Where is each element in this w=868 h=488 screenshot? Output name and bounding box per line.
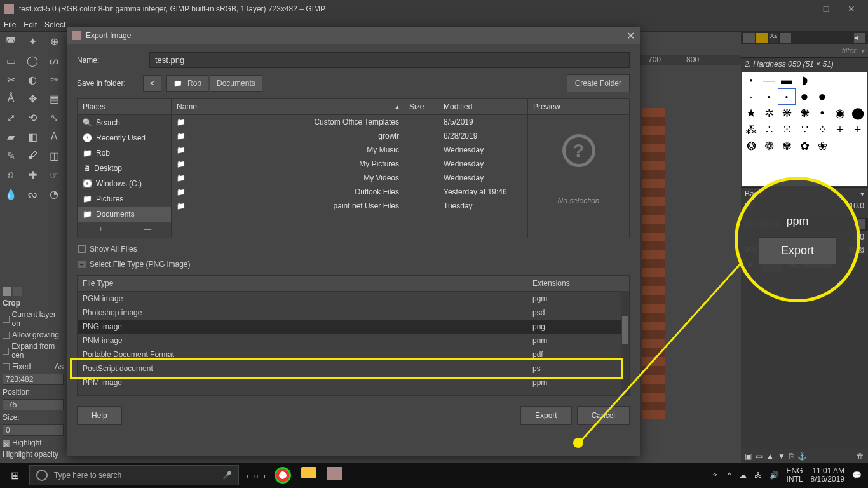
file-row[interactable]: paint.net User FilesTuesday — [172, 199, 527, 213]
remove-bookmark-button[interactable]: — — [125, 222, 172, 236]
file-row[interactable]: Custom Office Templates8/5/2019 — [172, 115, 527, 129]
layers-footer[interactable]: ▣▭▲▼⎘⚓🗑 — [741, 449, 868, 463]
menu-file[interactable]: File — [4, 20, 16, 29]
move-icon[interactable]: ✥ — [22, 89, 43, 108]
dodge-icon[interactable]: ᔓ — [22, 184, 43, 203]
show-all-files-checkbox[interactable]: Show All Files — [77, 245, 630, 254]
free-select-icon[interactable]: ᔕ — [43, 51, 65, 70]
align-icon[interactable]: ▤ — [43, 89, 65, 108]
layer-opacity[interactable]: 0.0 — [741, 231, 868, 243]
column-name[interactable]: Name▴ — [172, 99, 404, 114]
color-icon[interactable]: ◔ — [43, 184, 65, 203]
back-button[interactable]: < — [143, 75, 161, 92]
layers-tabs[interactable]: ◂ — [741, 218, 868, 231]
notifications-icon[interactable]: 💬 — [852, 471, 862, 480]
option-highlight[interactable]: ✕Highlight — [0, 437, 66, 449]
ellipse-select-icon[interactable]: ◯ — [22, 51, 43, 70]
file-type-row[interactable]: PNM imagepnm — [78, 334, 629, 348]
start-button[interactable]: ⊞ — [0, 470, 29, 482]
file-type-row[interactable]: Portable Document Formatpdf — [78, 348, 629, 362]
explorer-icon[interactable] — [301, 467, 316, 478]
aspect-field[interactable]: 723:482 — [3, 374, 64, 385]
text-icon[interactable]: A — [43, 127, 65, 146]
file-type-row[interactable]: PGM imagepgm — [78, 292, 629, 306]
crumb-documents[interactable]: Documents — [210, 75, 262, 92]
file-row[interactable]: My PicturesWednesday — [172, 157, 527, 171]
select-file-type-toggle[interactable]: −Select File Type (PNG image) — [77, 260, 630, 269]
foreground-select-icon[interactable]: ◐ — [22, 70, 43, 89]
column-size[interactable]: Size — [404, 99, 438, 114]
menu-select[interactable]: Select — [44, 20, 65, 29]
tray-icon[interactable]: ᯤ — [712, 471, 720, 480]
layer-lock[interactable]: ock:▦ ▨ — [741, 243, 868, 255]
tool-icon[interactable]: ◚ — [0, 32, 22, 51]
crumb-rob[interactable]: Rob — [166, 75, 208, 92]
tool-icon[interactable]: ⊕ — [43, 32, 65, 51]
brush-icon[interactable]: 🖌 — [22, 146, 43, 165]
taskbar-search[interactable]: Type here to search 🎤 — [29, 465, 239, 485]
layer-row[interactable]: 👁 GettyImages- — [741, 255, 868, 275]
tray-icon[interactable]: 🔊 — [770, 471, 779, 480]
pencil-icon[interactable]: ✎ — [0, 146, 22, 165]
chrome-icon[interactable] — [275, 467, 291, 484]
visibility-icon[interactable]: 👁 — [745, 261, 756, 269]
option-expand[interactable]: Expand from cen — [0, 341, 66, 361]
measure-icon[interactable]: Å — [0, 89, 22, 108]
size-field[interactable]: 0 — [3, 424, 64, 436]
tray-icon[interactable]: ^ — [728, 471, 731, 480]
blur-icon[interactable]: 💧 — [0, 184, 22, 203]
places-item[interactable]: 📁Rob — [78, 146, 171, 161]
bucket-icon[interactable]: ▰ — [0, 127, 22, 146]
places-item[interactable]: 📁Documents — [78, 207, 171, 222]
file-type-row[interactable]: Photoshop imagepsd — [78, 306, 629, 320]
rect-select-icon[interactable]: ▭ — [0, 51, 22, 70]
heal-icon[interactable]: ✚ — [22, 165, 43, 184]
brush-spacing[interactable]: Sp10.0 — [741, 200, 868, 212]
places-item[interactable]: 💽Windows (C:) — [78, 176, 171, 191]
menu-edit[interactable]: Edit — [24, 20, 37, 29]
column-modified[interactable]: Modified — [438, 99, 527, 114]
file-type-row[interactable]: PostScript documentps — [78, 362, 629, 376]
rotate-icon[interactable]: ⟲ — [22, 108, 43, 127]
gradient-icon[interactable]: ◧ — [22, 127, 43, 146]
task-view-icon[interactable]: ▭▭ — [248, 467, 264, 484]
paths-icon[interactable]: ✑ — [43, 70, 65, 89]
brush-filter[interactable]: filter ▾ — [741, 44, 868, 58]
close-button[interactable]: ✕ — [839, 4, 864, 14]
tool-icon[interactable]: ✦ — [22, 32, 43, 51]
scrollbar[interactable] — [621, 291, 629, 395]
places-item[interactable]: 🔍Search — [78, 115, 171, 130]
add-bookmark-button[interactable]: + — [78, 222, 125, 236]
file-type-row[interactable]: PNG imagepng — [78, 320, 629, 334]
create-folder-button[interactable]: Create Folder — [567, 74, 630, 92]
file-row[interactable]: My MusicWednesday — [172, 143, 527, 157]
gimp-taskbar-icon[interactable] — [327, 467, 342, 480]
position-field[interactable]: -75 — [3, 399, 64, 410]
column-extensions[interactable]: Extensions — [527, 276, 629, 291]
places-item[interactable]: 🕘Recently Used — [78, 130, 171, 146]
eraser-icon[interactable]: ◫ — [43, 146, 65, 165]
smudge-icon[interactable]: ☞ — [43, 165, 65, 184]
option-allow-growing[interactable]: Allow growing — [0, 329, 66, 341]
file-row[interactable]: Outlook FilesYesterday at 19:46 — [172, 185, 527, 199]
export-button[interactable]: Export — [520, 406, 572, 425]
file-type-row[interactable]: PPM imageppm — [78, 376, 629, 390]
scale-icon[interactable]: ⤡ — [43, 108, 65, 127]
system-tray[interactable]: ᯤ ^ ☁ 🖧 🔊 ENGINTL 11:01 AM8/16/2019 💬 — [706, 467, 868, 484]
places-item[interactable]: 🖥Desktop — [78, 161, 171, 176]
help-button[interactable]: Help — [77, 406, 122, 425]
places-item[interactable]: 📁Pictures — [78, 191, 171, 207]
minimize-button[interactable]: — — [788, 4, 813, 14]
crop-icon[interactable]: ⤢ — [0, 108, 22, 127]
mic-icon[interactable]: 🎤 — [222, 471, 232, 480]
dock-tabs[interactable]: Aa◂ — [741, 32, 868, 44]
brush-preset[interactable]: Basic,▾ — [741, 187, 868, 200]
brush-grid[interactable]: —▬◗ · ✲❋✺•◉⬤ ⁂∴⁙∵⁘++ ❂❁✾✿❀ — [742, 72, 867, 186]
option-current-layer[interactable]: Current layer on — [0, 309, 66, 329]
file-row[interactable]: growlr6/28/2019 — [172, 129, 527, 143]
tray-icon[interactable]: 🖧 — [754, 471, 762, 480]
maximize-button[interactable]: □ — [813, 4, 839, 14]
clone-icon[interactable]: ⎌ — [0, 165, 22, 184]
option-fixed[interactable]: FixedAs — [0, 361, 66, 372]
scissors-icon[interactable]: ✂ — [0, 70, 22, 89]
